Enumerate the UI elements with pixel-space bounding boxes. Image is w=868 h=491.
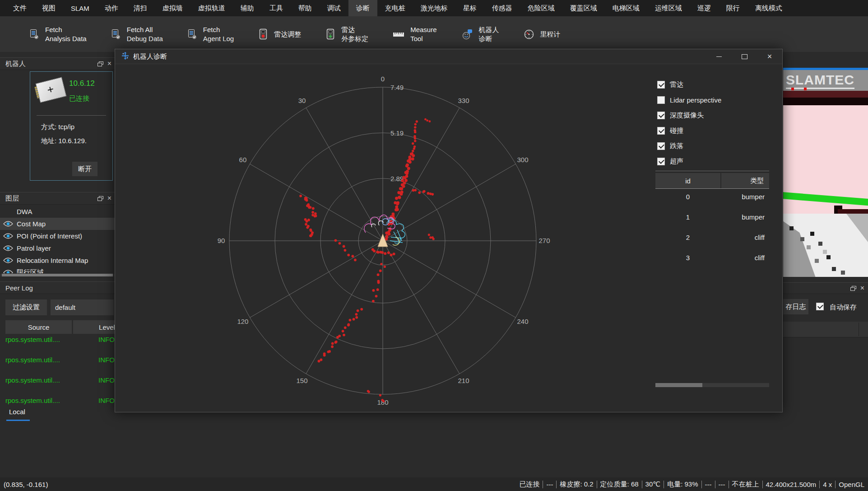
column-header-source[interactable]: Source: [5, 320, 72, 334]
map-obstacle-band: [783, 98, 868, 105]
menu-item-SLAM[interactable]: SLAM: [63, 0, 97, 16]
toolbar-button-fetch-agent-log[interactable]: FetchAgent Log: [175, 16, 246, 52]
checkbox-checked[interactable]: [657, 142, 665, 150]
layer-row-cost-map[interactable]: Cost Map: [0, 218, 115, 230]
sensor-checkbox-超声[interactable]: 超声: [654, 154, 775, 169]
menu-item-危险区域[interactable]: 危险区域: [520, 0, 562, 16]
toolbar-button-机器人-诊断[interactable]: 机器人诊断: [449, 16, 511, 52]
map-grid-speck: [815, 259, 819, 263]
toolbar-button-fetch-all-debug-data[interactable]: Fetch AllDebug Data: [99, 16, 175, 52]
column-header-id[interactable]: id: [655, 173, 720, 188]
checkbox-checked[interactable]: [657, 127, 665, 135]
menu-item-工具[interactable]: 工具: [262, 0, 291, 16]
lidar-polar-chart[interactable]: 03060901201501802102402703003302.895.197…: [115, 64, 654, 412]
toolbar-button-label: 雷达调整: [274, 30, 301, 39]
close-panel-icon[interactable]: ×: [107, 196, 111, 201]
sensor-checkbox-跌落[interactable]: 跌落: [654, 138, 775, 154]
map-viewport[interactable]: SLAMTEC × 存日志 自动保存: [783, 52, 868, 477]
column-header-type[interactable]: 类型: [721, 173, 769, 188]
toolbar-button-雷达调整[interactable]: 雷达调整: [246, 16, 313, 52]
sensor-table-row[interactable]: 1bumper: [655, 210, 769, 230]
sensor-checkbox-深度摄像头[interactable]: 深度摄像头: [654, 108, 775, 123]
log-row[interactable]: rpos.system.util....INFO: [0, 355, 115, 375]
menu-item-视图[interactable]: 视图: [34, 0, 63, 16]
sensor-id-cell: 0: [655, 193, 720, 201]
robot-device-card[interactable]: 10.6.12 已连接 方式: tcp/ip 地址: 10.6.129. 断开: [30, 71, 113, 181]
eye-visible-icon[interactable]: [0, 220, 17, 227]
robot-device-image: [36, 77, 67, 103]
eye-visible-icon[interactable]: [0, 257, 17, 264]
log-row[interactable]: rpos.system.util....INFO: [0, 375, 115, 396]
menu-item-调试[interactable]: 调试: [320, 0, 348, 16]
toolbar-button-里程计[interactable]: 里程计: [511, 16, 573, 52]
filter-profile-select[interactable]: default: [51, 299, 114, 315]
sensor-checkbox-lidar-perspective[interactable]: Lidar perspective: [654, 92, 775, 108]
checkbox-checked[interactable]: [657, 81, 665, 89]
layer-row-限行区域[interactable]: 限行区域: [0, 267, 115, 273]
eye-visible-icon[interactable]: [0, 269, 17, 273]
layers-horizontal-scrollbar[interactable]: [0, 274, 115, 276]
menu-item-激光地标[interactable]: 激光地标: [413, 0, 455, 16]
sensor-table-row[interactable]: 0bumper: [655, 189, 769, 210]
float-panel-icon[interactable]: [850, 285, 856, 292]
menu-item-清扫[interactable]: 清扫: [126, 0, 155, 16]
checkbox-checked[interactable]: [657, 112, 665, 119]
menu-item-动作[interactable]: 动作: [97, 0, 126, 16]
disconnect-button[interactable]: 断开: [72, 162, 97, 176]
menu-item-星标[interactable]: 星标: [455, 0, 484, 16]
checkbox-checked[interactable]: [657, 158, 665, 165]
menu-item-文件[interactable]: 文件: [5, 0, 34, 16]
toolbar-button-雷达-外参标定[interactable]: 雷达外参标定: [313, 16, 381, 52]
menu-item-虚拟轨道[interactable]: 虚拟轨道: [190, 0, 233, 16]
layer-row-poi-point-of-interest-[interactable]: POI (Point of Interest): [0, 230, 115, 242]
menu-item-虚拟墙[interactable]: 虚拟墙: [155, 0, 190, 16]
column-header-level[interactable]: Level: [73, 320, 115, 334]
close-panel-icon[interactable]: ×: [860, 285, 864, 291]
sensor-table-row[interactable]: 2cliff: [655, 230, 769, 250]
filter-settings-button[interactable]: 过滤设置: [5, 299, 47, 315]
menu-item-电梯区域[interactable]: 电梯区域: [605, 0, 647, 16]
sensor-table-row[interactable]: 3cliff: [655, 250, 769, 271]
float-panel-icon[interactable]: [97, 195, 103, 202]
eye-visible-icon[interactable]: [0, 245, 17, 252]
menu-item-离线模式[interactable]: 离线模式: [747, 0, 790, 16]
menu-item-传感器[interactable]: 传感器: [484, 0, 520, 16]
menu-item-充电桩[interactable]: 充电桩: [377, 0, 413, 16]
eye-visible-icon[interactable]: [0, 233, 17, 239]
menu-item-限行[interactable]: 限行: [719, 0, 747, 16]
menu-item-运维区域[interactable]: 运维区域: [647, 0, 690, 16]
map-grid-speck: [818, 242, 822, 246]
menu-item-覆盖区域[interactable]: 覆盖区域: [562, 0, 605, 16]
menu-item-辅助[interactable]: 辅助: [233, 0, 262, 16]
status-separator: [835, 481, 836, 488]
menu-item-巡逻[interactable]: 巡逻: [690, 0, 719, 16]
sensor-panel-scrollbar[interactable]: [655, 383, 769, 387]
log-row[interactable]: rpos.system.util....INFO: [0, 396, 115, 407]
float-panel-icon[interactable]: [97, 60, 103, 68]
scan-highlight-icon: [371, 221, 384, 227]
close-panel-icon[interactable]: ×: [107, 61, 111, 66]
menu-item-帮助[interactable]: 帮助: [291, 0, 320, 16]
save-log-button[interactable]: 存日志: [783, 299, 808, 314]
map-virtual-track: [783, 192, 868, 206]
sensor-checkbox-碰撞[interactable]: 碰撞: [654, 123, 775, 138]
layer-label: POI (Point of Interest): [17, 232, 82, 240]
toolbar-button-fetch-analysis-data[interactable]: FetchAnalysis Data: [17, 16, 99, 52]
close-button[interactable]: ×: [757, 49, 782, 64]
checkbox-unchecked[interactable]: [657, 96, 665, 104]
toolbar-button-measure-tool[interactable]: MeasureTool: [381, 16, 449, 52]
dialog-titlebar[interactable]: 机器人诊断 ×: [115, 49, 782, 64]
sensor-id-cell: 3: [655, 254, 720, 262]
layer-row-dwa[interactable]: DWA: [0, 206, 115, 218]
robot-diagnostics-dialog: 机器人诊断 × 03060901201501802102402703003302…: [115, 49, 783, 412]
menu-item-诊断[interactable]: 诊断: [348, 0, 377, 16]
autosave-checkbox[interactable]: [816, 303, 824, 310]
maximize-button[interactable]: [732, 49, 757, 64]
sensor-type-cell: cliff: [721, 234, 765, 241]
sensor-checkbox-雷达[interactable]: 雷达: [654, 77, 775, 92]
minimize-button[interactable]: [706, 49, 732, 64]
tab-local[interactable]: Local: [9, 408, 25, 416]
log-row[interactable]: rpos.system.util....INFO: [0, 335, 115, 355]
layer-row-patrol-layer[interactable]: Patrol layer: [0, 242, 115, 254]
layer-row-relocation-internal-map[interactable]: Relocation Internal Map: [0, 254, 115, 267]
